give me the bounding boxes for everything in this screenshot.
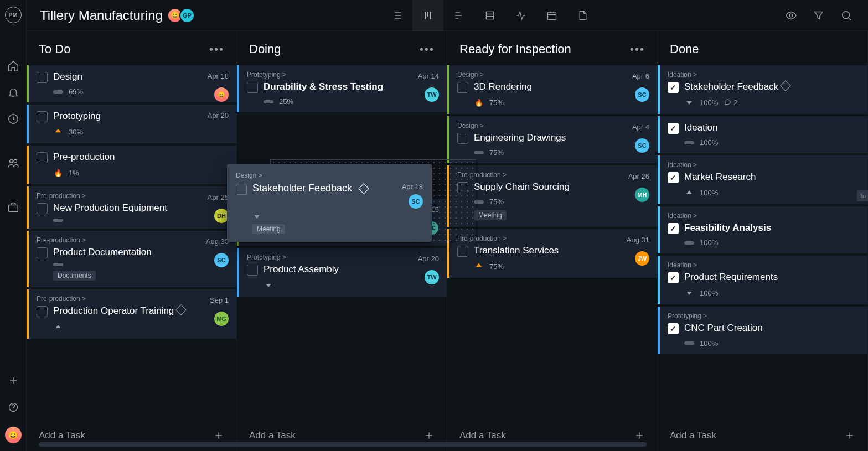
column-menu-icon[interactable]: ••• <box>630 43 645 56</box>
assignee-avatar[interactable]: 😀 <box>214 87 229 102</box>
sheet-view-tab[interactable] <box>474 0 505 31</box>
task-card[interactable]: Pre-production > Translation Services Au… <box>447 229 657 278</box>
task-checkbox[interactable] <box>37 203 48 214</box>
task-card[interactable]: Pre-production > Production Operator Tra… <box>27 289 236 338</box>
task-card[interactable]: Design > Engineering Drawings Apr 4SC 75… <box>447 116 657 163</box>
task-checkbox[interactable] <box>668 272 679 283</box>
task-card[interactable]: Ideation > Market Research 100% <box>658 155 867 204</box>
help-icon[interactable] <box>6 400 20 414</box>
task-card[interactable]: Prototyping > Product Assembly Apr 20TW <box>237 248 447 297</box>
card-tag[interactable]: Meeting <box>252 224 285 234</box>
column-menu-icon[interactable]: ••• <box>420 43 435 56</box>
card-breadcrumb: Ideation > <box>668 71 860 79</box>
assignee-avatar[interactable]: SC <box>635 138 649 153</box>
card-tag[interactable]: Documents <box>53 271 96 281</box>
task-card[interactable]: Ideation > Product Requirements 100% <box>658 256 867 304</box>
add-task-button[interactable]: Add a Task <box>658 420 867 451</box>
task-card[interactable]: Prototyping Apr 20 30% <box>27 105 236 143</box>
card-breadcrumb: Design > <box>457 122 649 129</box>
task-checkbox[interactable] <box>247 82 258 93</box>
card-breadcrumb: Design > <box>236 172 423 179</box>
comment-count[interactable]: 2 <box>724 99 737 107</box>
task-checkbox[interactable] <box>457 133 468 144</box>
svg-point-1 <box>9 160 12 163</box>
horizontal-scrollbar[interactable] <box>39 442 647 447</box>
assignee-avatar[interactable]: SC <box>409 194 423 209</box>
card-progress: 100% <box>700 289 718 297</box>
task-card[interactable]: Prototyping > CNC Part Creation 100% <box>658 307 867 354</box>
column-title: Doing <box>249 42 281 56</box>
task-checkbox[interactable] <box>668 123 679 134</box>
task-checkbox[interactable] <box>37 72 48 83</box>
files-view-tab[interactable] <box>567 0 598 31</box>
milestone-icon <box>780 80 791 91</box>
board-view-tab[interactable] <box>412 0 443 31</box>
board-column: To Do ••• Design Apr 18😀 69% Prototyping <box>27 31 237 451</box>
task-card[interactable]: Pre-production > Product Documentation A… <box>27 231 236 287</box>
visibility-icon[interactable] <box>785 9 797 22</box>
task-card[interactable]: Design Apr 18😀 69% <box>27 65 236 102</box>
notifications-icon[interactable] <box>6 85 20 100</box>
task-card[interactable]: Ideation > Feasibility Analysis 100% <box>658 206 867 253</box>
calendar-view-tab[interactable] <box>536 0 567 31</box>
card-date: Apr 20 <box>208 111 229 120</box>
column-title: Done <box>670 42 699 56</box>
app-logo[interactable]: PM <box>5 7 22 23</box>
task-checkbox[interactable] <box>37 111 48 122</box>
svg-rect-5 <box>486 12 493 19</box>
card-title: Production Operator Training <box>53 305 185 317</box>
card-title: Market Research <box>684 171 756 183</box>
member-avatar[interactable]: GP <box>179 8 195 23</box>
member-avatars[interactable]: 😀 GP <box>170 8 195 23</box>
card-title: Stakeholder Feedback <box>684 81 789 93</box>
activity-view-tab[interactable] <box>505 0 536 31</box>
assignee-avatar[interactable]: TW <box>425 270 439 284</box>
card-list: Design Apr 18😀 69% Prototyping Apr 20 30… <box>27 65 236 420</box>
filter-icon[interactable] <box>813 9 825 22</box>
milestone-icon <box>175 305 187 316</box>
task-card[interactable]: Pre-production > New Production Equipmen… <box>27 186 236 229</box>
list-view-tab[interactable] <box>381 0 412 31</box>
assignee-avatar[interactable]: MH <box>635 188 649 202</box>
card-breadcrumb: Prototyping > <box>668 312 860 320</box>
task-card[interactable]: Prototyping > Durability & Stress Testin… <box>237 65 447 112</box>
activity-icon[interactable] <box>6 112 20 126</box>
task-checkbox[interactable] <box>236 184 247 195</box>
task-checkbox[interactable] <box>668 172 679 183</box>
card-progress: 75% <box>489 198 504 206</box>
portfolio-icon[interactable] <box>6 200 20 215</box>
card-date: Apr 26 <box>628 172 649 180</box>
card-tag[interactable]: Meeting <box>474 210 507 220</box>
assignee-avatar[interactable]: SC <box>635 87 649 102</box>
assignee-avatar[interactable]: TW <box>425 87 439 102</box>
dragging-card[interactable]: Design > Stakeholder Feedback Apr 18 SC … <box>227 164 432 242</box>
card-breadcrumb: Pre-production > <box>457 171 649 179</box>
task-checkbox[interactable] <box>37 247 48 258</box>
column-title: To Do <box>39 42 70 56</box>
task-checkbox[interactable] <box>37 306 48 317</box>
add-icon[interactable] <box>6 374 20 388</box>
task-checkbox[interactable] <box>37 152 48 163</box>
priority-bar-icon <box>684 241 694 245</box>
card-progress: 75% <box>489 99 504 107</box>
team-icon[interactable] <box>6 156 20 170</box>
collapsed-panel-tab[interactable]: To <box>857 190 868 201</box>
task-card[interactable]: Ideation > Stakeholder Feedback 100%2 <box>658 65 867 114</box>
task-checkbox[interactable] <box>457 82 468 93</box>
gantt-view-tab[interactable] <box>443 0 474 31</box>
card-title: New Production Equipment <box>53 202 167 214</box>
task-card[interactable]: Pre-production > Supply Chain Sourcing A… <box>447 165 657 227</box>
task-card[interactable]: Pre-production 🔥1% <box>27 146 236 184</box>
task-card[interactable]: Design > 3D Rendering Apr 6SC 🔥75% <box>447 65 657 114</box>
task-checkbox[interactable] <box>668 82 679 93</box>
task-card[interactable]: Ideation 100% <box>658 116 867 153</box>
task-checkbox[interactable] <box>668 223 679 234</box>
task-checkbox[interactable] <box>668 323 679 334</box>
user-avatar[interactable]: 😀 <box>5 427 22 443</box>
task-checkbox[interactable] <box>457 246 468 257</box>
search-icon[interactable] <box>840 9 852 22</box>
column-menu-icon[interactable]: ••• <box>209 43 224 56</box>
board-column: Ready for Inspection ••• Design > 3D Ren… <box>447 31 658 451</box>
task-checkbox[interactable] <box>247 265 258 276</box>
home-icon[interactable] <box>6 59 20 73</box>
